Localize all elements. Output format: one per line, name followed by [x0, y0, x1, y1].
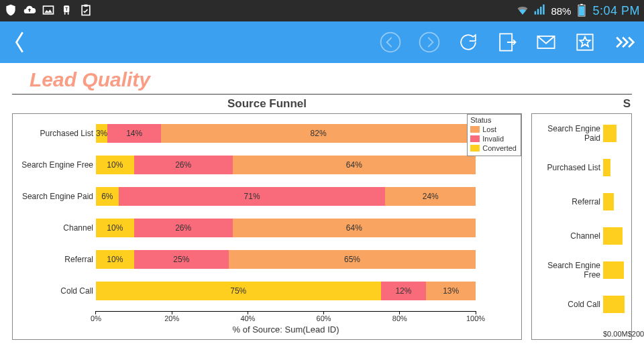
- bar-row: Search Engine Paid6%71%24%: [15, 184, 519, 209]
- svg-rect-4: [85, 4, 88, 6]
- carrier-icon: T: [60, 3, 74, 19]
- bar-row: Cold Call75%12%13%: [15, 278, 519, 304]
- side-category-label: Purchased List: [535, 163, 603, 172]
- x-tick: 80%: [392, 311, 407, 322]
- x-tick: 20%: [164, 311, 179, 322]
- svg-rect-10: [581, 3, 583, 5]
- side-bar: [603, 125, 616, 142]
- legend-item-invalid: Invalid: [470, 134, 517, 143]
- x-axis-label: % of Source: Sum(Lead ID): [96, 324, 476, 335]
- side-category-label: Search Engine Paid: [535, 124, 603, 143]
- cloud-upload-icon: [23, 3, 36, 19]
- bar-segment-lost: 64%: [233, 219, 476, 237]
- chart-title-side: S: [531, 97, 632, 111]
- svg-point-13: [420, 33, 439, 52]
- page-title: Lead Quality: [12, 67, 632, 93]
- bar-row: Purchased List3%14%82%: [15, 121, 519, 146]
- svg-text:T: T: [65, 6, 68, 11]
- bar-segment-invalid: 14%: [107, 124, 161, 143]
- battery-percent: 88%: [551, 5, 571, 17]
- export-button[interactable]: [494, 29, 521, 56]
- side-bar-row: Search Engine Paid: [535, 121, 629, 146]
- side-bar: [603, 296, 625, 313]
- category-label: Search Engine Free: [15, 160, 96, 170]
- bar-segment-invalid: 26%: [134, 219, 233, 237]
- stacked-bar: 10%26%64%: [96, 219, 476, 237]
- nav-prev-button[interactable]: [377, 29, 404, 56]
- svg-rect-6: [537, 9, 539, 14]
- bar-segment-lost: 82%: [161, 124, 476, 143]
- status-left-icons: T: [4, 3, 93, 19]
- bar-segment-converted: 10%: [96, 219, 134, 237]
- wifi-icon: [516, 3, 529, 19]
- side-category-label: Cold Call: [535, 300, 603, 309]
- title-underline: [12, 94, 632, 95]
- side-xtick-0: $0.00M: [603, 330, 628, 338]
- category-label: Channel: [15, 223, 96, 233]
- signal-icon: [533, 3, 547, 19]
- stacked-bar: 6%71%24%: [96, 187, 476, 206]
- battery-icon: [575, 3, 588, 19]
- side-bar: [603, 159, 610, 176]
- stacked-bar: 10%26%64%: [96, 156, 476, 174]
- side-chart: Search Engine PaidPurchased ListReferral…: [531, 113, 632, 340]
- refresh-button[interactable]: [455, 29, 482, 56]
- bar-segment-converted: 10%: [96, 250, 134, 269]
- bar-segment-converted: 75%: [96, 282, 381, 300]
- bar-segment-converted: 3%: [96, 124, 107, 143]
- android-status-bar: T 88% 5:04 PM: [0, 0, 644, 21]
- clipboard-icon: [79, 3, 93, 19]
- category-label: Cold Call: [15, 286, 96, 296]
- side-bar-row: Search Engine Free: [535, 257, 629, 283]
- category-label: Search Engine Paid: [15, 192, 96, 201]
- source-funnel-chart: Purchased List3%14%82%Search Engine Free…: [12, 113, 522, 340]
- svg-rect-5: [535, 11, 537, 14]
- bar-segment-converted: 6%: [96, 187, 119, 206]
- back-button[interactable]: [7, 29, 34, 56]
- side-category-label: Referral: [535, 197, 603, 206]
- x-tick: 0%: [91, 311, 101, 322]
- side-category-label: Channel: [535, 231, 603, 241]
- svg-point-12: [381, 33, 400, 52]
- stacked-bar: 75%12%13%: [96, 282, 476, 300]
- legend-item-converted: Converted: [470, 143, 517, 153]
- chart-title-main: Source Funnel: [12, 97, 522, 111]
- x-tick: 60%: [317, 311, 331, 322]
- side-bar-row: Channel: [535, 223, 629, 249]
- nav-next-button[interactable]: [416, 29, 443, 56]
- svg-rect-8: [543, 4, 545, 14]
- bar-segment-invalid: 71%: [119, 187, 386, 206]
- category-label: Referral: [15, 255, 96, 264]
- picture-icon: [42, 3, 55, 19]
- bar-row: Referral10%25%65%: [15, 247, 519, 272]
- bar-row: Search Engine Free10%26%64%: [15, 152, 519, 178]
- stacked-bar: 3%14%82%: [96, 124, 476, 143]
- svg-rect-11: [579, 6, 584, 15]
- bar-segment-invalid: 25%: [134, 250, 229, 269]
- side-category-label: Search Engine Free: [535, 261, 603, 280]
- side-xtick-1: $2000: [628, 330, 644, 338]
- side-bar-row: Purchased List: [535, 155, 629, 180]
- side-bar: [603, 193, 614, 210]
- favorite-button[interactable]: [572, 29, 598, 56]
- bar-segment-lost: 13%: [426, 282, 476, 300]
- bar-segment-converted: 10%: [96, 156, 134, 174]
- app-toolbar: [0, 21, 644, 63]
- x-tick: 100%: [466, 311, 485, 322]
- status-right: 88% 5:04 PM: [516, 3, 640, 19]
- more-button[interactable]: [610, 29, 637, 56]
- email-button[interactable]: [533, 29, 559, 56]
- bar-segment-invalid: 26%: [134, 156, 233, 174]
- legend-title: Status: [470, 116, 517, 124]
- category-label: Purchased List: [15, 129, 96, 138]
- bar-segment-lost: 65%: [229, 250, 476, 269]
- clock: 5:04 PM: [592, 4, 640, 18]
- stacked-bar: 10%25%65%: [96, 250, 476, 269]
- bar-row: Channel10%26%64%: [15, 215, 519, 241]
- content-area: Lead Quality Source Funnel Purchased Lis…: [0, 63, 644, 340]
- bar-segment-invalid: 12%: [381, 282, 427, 300]
- side-bar: [603, 227, 623, 245]
- bar-segment-lost: 64%: [233, 156, 476, 174]
- side-bar: [603, 261, 624, 279]
- x-tick: 40%: [240, 311, 255, 322]
